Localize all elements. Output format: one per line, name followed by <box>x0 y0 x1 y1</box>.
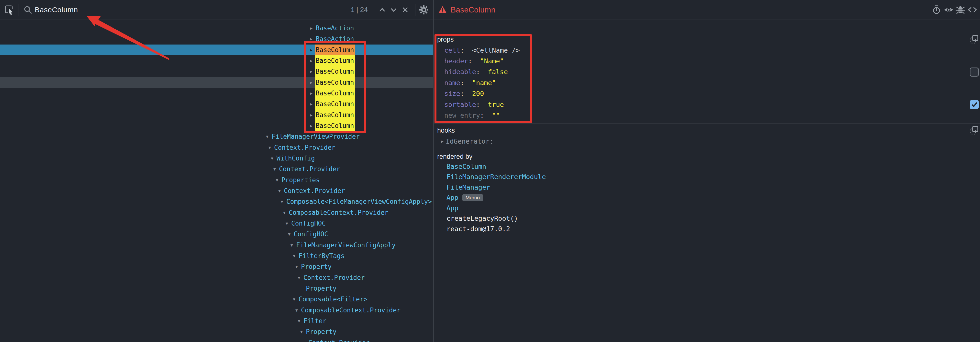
prop-row[interactable]: size: 200 <box>434 88 980 99</box>
tree-row[interactable]: ▸BaseColumn <box>0 77 433 88</box>
prop-value[interactable]: false <box>488 68 508 76</box>
expander-icon[interactable]: ▾ <box>295 272 303 283</box>
prop-key: new entry <box>444 111 480 119</box>
previous-match-button[interactable] <box>377 5 388 15</box>
view-source-button[interactable] <box>967 5 978 15</box>
expander-icon[interactable]: ▸ <box>308 23 315 33</box>
prop-colon: : <box>460 90 472 97</box>
prop-value[interactable]: "" <box>492 111 500 119</box>
owner-link[interactable]: BaseColumn <box>447 163 486 170</box>
prop-value[interactable]: true <box>488 101 504 108</box>
tree-row[interactable]: ▸BaseAction <box>0 23 433 33</box>
expander-icon[interactable]: ▾ <box>278 196 286 207</box>
expander-icon[interactable]: ▸ <box>308 88 315 99</box>
tree-row[interactable]: ▸BaseColumn <box>0 88 433 99</box>
expander-icon[interactable]: ▾ <box>276 185 283 196</box>
expander-icon[interactable]: ▾ <box>264 131 271 142</box>
panel-divider[interactable] <box>433 0 434 342</box>
expander-icon[interactable]: ▾ <box>271 164 278 175</box>
prop-row[interactable]: sortable: true <box>434 99 980 110</box>
expander-icon[interactable]: ▾ <box>274 175 281 185</box>
tree-row[interactable]: Property <box>0 283 433 294</box>
log-to-console-button[interactable] <box>955 5 966 15</box>
expander-icon[interactable]: ▾ <box>293 305 300 316</box>
expander-icon[interactable]: ▸ <box>308 33 315 44</box>
prop-colon: : <box>476 101 488 108</box>
tree-row[interactable]: ▾WithConfig <box>0 153 433 164</box>
tree-row[interactable]: ▸BaseColumn <box>0 45 433 55</box>
expander-icon[interactable]: ▾ <box>286 229 293 240</box>
prop-row[interactable]: cell: <CellName /> <box>434 45 980 56</box>
expander-icon[interactable]: ▸ <box>308 66 315 77</box>
tree-row[interactable]: ▾FileManagerViewProvider <box>0 131 433 142</box>
prop-value[interactable]: 200 <box>472 90 484 97</box>
tree-row[interactable]: ▾Filter <box>0 316 433 326</box>
copy-hooks-button[interactable] <box>969 126 979 135</box>
expander-icon[interactable]: ▸ <box>308 99 315 109</box>
owner-link[interactable]: FileManager <box>447 183 490 191</box>
tree-row[interactable]: ▾Context.Provider <box>0 164 433 175</box>
prop-row[interactable]: name: "name" <box>434 77 980 88</box>
prop-row[interactable]: new entry: "" <box>434 110 980 121</box>
expander-icon[interactable]: ▾ <box>266 142 274 153</box>
expander-icon[interactable]: ▾ <box>298 326 305 337</box>
tree-row[interactable]: ▾Context.Provider <box>0 272 433 283</box>
expander-icon[interactable]: ▸ <box>308 45 315 55</box>
tree-row[interactable]: ▾Property <box>0 261 433 272</box>
expander-icon[interactable]: ▾ <box>283 218 291 229</box>
tree-row[interactable]: ▾FileManagerViewConfigApply <box>0 240 433 250</box>
section-divider <box>434 150 980 150</box>
expander-icon[interactable]: ▸ <box>308 77 315 88</box>
tree-row[interactable]: ▸BaseAction <box>0 33 433 44</box>
tree-row[interactable]: ▾Context.Provider <box>0 142 433 153</box>
owner-link[interactable]: FileManagerRendererModule <box>447 173 546 181</box>
copy-props-button[interactable] <box>969 35 979 44</box>
expander-icon[interactable]: ▸ <box>308 120 315 131</box>
prop-checkbox-hideable[interactable] <box>970 67 979 76</box>
expander-icon[interactable]: ▸ <box>439 138 446 144</box>
prop-row[interactable]: header: "Name" <box>434 56 980 66</box>
tree-row[interactable]: ▾ConfigHOC <box>0 218 433 229</box>
tree-row[interactable]: ▸BaseColumn <box>0 66 433 77</box>
inspect-dom-button[interactable] <box>943 5 954 15</box>
prop-value[interactable]: "name" <box>472 79 496 87</box>
tree-row[interactable]: ▸BaseColumn <box>0 55 433 66</box>
expander-icon[interactable]: ▾ <box>269 153 276 164</box>
clear-search-button[interactable] <box>400 5 410 15</box>
prop-checkbox-sortable[interactable] <box>970 100 979 109</box>
expander-icon[interactable]: ▾ <box>293 261 300 272</box>
tree-row[interactable]: ▾Context.Provider <box>0 337 433 342</box>
tree-row[interactable]: ▸BaseColumn <box>0 110 433 120</box>
tree-row[interactable]: ▾Properties <box>0 175 433 185</box>
expander-icon[interactable]: ▸ <box>308 55 315 66</box>
tree-row[interactable]: ▾ConfigHOC <box>0 229 433 240</box>
expander-icon[interactable]: ▾ <box>291 250 298 261</box>
settings-button[interactable] <box>418 5 429 15</box>
next-match-button[interactable] <box>388 5 399 15</box>
search-input[interactable]: BaseColumn <box>35 0 78 19</box>
prop-value[interactable]: <CellName /> <box>472 46 520 54</box>
tree-row[interactable]: ▾ComposableContext.Provider <box>0 207 433 218</box>
owner-link[interactable]: App <box>447 204 458 212</box>
tree-row[interactable]: ▾Property <box>0 326 433 337</box>
tree-row[interactable]: ▸BaseColumn <box>0 99 433 109</box>
tree-row[interactable]: ▾Context.Provider <box>0 185 433 196</box>
tree-row[interactable]: ▾Composable<FileManagerViewConfigApply> <box>0 196 433 207</box>
expander-icon[interactable]: ▾ <box>295 316 303 326</box>
tree-row[interactable]: ▸BaseColumn <box>0 120 433 131</box>
tree-row[interactable]: ▾Composable<Filter> <box>0 294 433 305</box>
suspense-toggle-button[interactable] <box>931 5 942 15</box>
expander-icon[interactable]: ▾ <box>281 207 288 218</box>
prop-value[interactable]: "Name" <box>480 57 504 65</box>
expander-icon[interactable]: ▸ <box>308 110 315 120</box>
prop-row[interactable]: hideable: false <box>434 67 980 77</box>
inspect-element-button[interactable] <box>4 5 15 15</box>
tree-row[interactable]: ▾FilterByTags <box>0 250 433 261</box>
component-name: Context.Provider <box>278 164 341 175</box>
expander-icon[interactable]: ▾ <box>291 294 298 305</box>
expander-icon[interactable]: ▾ <box>288 240 295 250</box>
owner-link[interactable]: App <box>447 194 458 201</box>
expander-icon[interactable]: ▾ <box>300 337 308 342</box>
tree-row[interactable]: ▾ComposableContext.Provider <box>0 305 433 316</box>
hook-item[interactable]: ▸ IdGenerator: <box>439 136 493 146</box>
